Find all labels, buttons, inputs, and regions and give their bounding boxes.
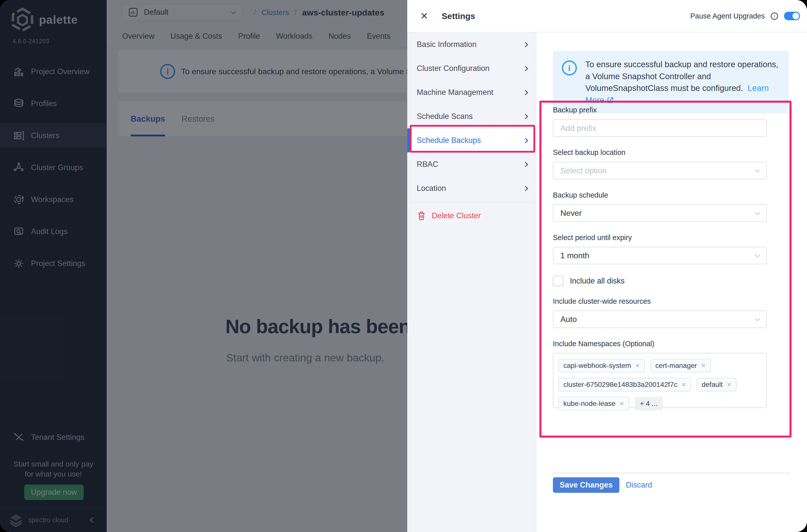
chevron-down-icon: [755, 316, 760, 321]
namespace-tag: cluster-6750298e1483b3a200142f7c✕: [558, 378, 691, 392]
discard-button[interactable]: Discard: [626, 477, 652, 493]
save-changes-button[interactable]: Save Changes: [553, 477, 619, 493]
include-all-disks-label: Include all disks: [570, 277, 625, 285]
backup-prefix-label: Backup prefix: [553, 106, 597, 114]
namespace-tag: kube-node-lease✕: [558, 397, 630, 410]
chevron-right-icon: [523, 138, 528, 143]
info-icon: i: [562, 60, 577, 75]
expiry-period-select[interactable]: 1 month: [553, 247, 767, 264]
backup-prefix-input[interactable]: [560, 124, 759, 133]
namespace-tag: default✕: [697, 378, 736, 392]
include-all-disks-row[interactable]: Include all disks: [553, 276, 625, 286]
pause-agent-upgrades-toggle[interactable]: [784, 12, 800, 20]
cluster-wide-resources-value: Auto: [560, 315, 577, 324]
chevron-right-icon: [523, 66, 528, 71]
pause-agent-upgrades-label: Pause Agent Upgrades: [690, 12, 765, 20]
trash-icon: [417, 211, 426, 221]
settings-nav-basic-information[interactable]: Basic Information: [407, 33, 536, 56]
cluster-wide-resources-select[interactable]: Auto: [553, 310, 767, 328]
expiry-period-value: 1 month: [560, 251, 589, 260]
remove-tag-icon[interactable]: ✕: [727, 381, 732, 388]
settings-nav: Basic Information Cluster Configuration …: [407, 33, 537, 532]
nav-divider: [407, 202, 536, 202]
settings-modal-title: Settings: [442, 11, 475, 21]
cluster-wide-resources-label: Include cluster-wide resources: [553, 297, 651, 305]
backup-schedule-select[interactable]: Never: [553, 204, 767, 222]
include-namespaces-label: Include Namespaces (Optional): [553, 340, 654, 348]
settings-modal: ✕ Settings Pause Agent Upgrades i Basic …: [407, 0, 807, 532]
backup-schedule-value: Never: [560, 209, 582, 218]
info-icon[interactable]: i: [771, 13, 778, 20]
delete-cluster-label: Delete Cluster: [432, 211, 481, 220]
info-box-text: To ensure successful backup and restore …: [585, 58, 780, 106]
settings-nav-location[interactable]: Location: [407, 176, 536, 200]
delete-cluster-button[interactable]: Delete Cluster: [407, 204, 536, 228]
expiry-period-label: Select period until expiry: [553, 233, 632, 242]
chevron-down-icon: [755, 210, 760, 215]
remove-tag-icon[interactable]: ✕: [635, 362, 640, 369]
chevron-right-icon: [523, 162, 528, 167]
chevron-down-icon: [755, 167, 760, 172]
settings-nav-cluster-configuration[interactable]: Cluster Configuration: [407, 56, 536, 80]
remove-tag-icon[interactable]: ✕: [620, 400, 624, 407]
modal-backdrop[interactable]: [0, 0, 407, 532]
backup-location-select[interactable]: Select option: [553, 162, 767, 179]
pause-agent-upgrades: Pause Agent Upgrades i: [690, 12, 800, 20]
chevron-right-icon: [523, 90, 528, 95]
settings-nav-schedule-scans[interactable]: Schedule Scans: [407, 104, 536, 128]
backup-schedule-label: Backup schedule: [553, 191, 608, 199]
include-all-disks-checkbox[interactable]: [553, 276, 563, 286]
chevron-right-icon: [523, 42, 528, 47]
remove-tag-icon[interactable]: ✕: [681, 381, 686, 388]
snapshot-info-box: i To ensure successful backup and restor…: [553, 51, 789, 113]
chevron-right-icon: [523, 186, 528, 191]
external-link-icon: [607, 96, 614, 104]
namespace-tag: cert-manager✕: [650, 359, 711, 373]
backup-location-label: Select backup location: [553, 148, 625, 157]
toggle-knob: [792, 13, 799, 19]
more-namespaces-badge[interactable]: + 4 ...: [635, 397, 662, 410]
actions-divider: [553, 473, 790, 473]
namespace-tag: capi-webhook-system✕: [558, 359, 645, 373]
close-icon[interactable]: ✕: [420, 11, 428, 21]
remove-tag-icon[interactable]: ✕: [701, 362, 706, 369]
chevron-down-icon: [755, 252, 760, 257]
settings-nav-machine-management[interactable]: Machine Management: [407, 80, 536, 104]
backup-location-placeholder: Select option: [560, 166, 607, 175]
backup-prefix-field[interactable]: [553, 119, 767, 137]
settings-modal-header: ✕ Settings Pause Agent Upgrades i: [407, 0, 807, 33]
app-screen: palette 4.6.0-241203 Project Overview Pr…: [0, 0, 807, 532]
settings-nav-rbac[interactable]: RBAC: [407, 152, 536, 176]
chevron-right-icon: [523, 114, 528, 119]
settings-nav-schedule-backups[interactable]: Schedule Backups: [407, 128, 536, 152]
namespaces-multiselect[interactable]: capi-webhook-system✕ cert-manager✕ clust…: [553, 353, 767, 408]
